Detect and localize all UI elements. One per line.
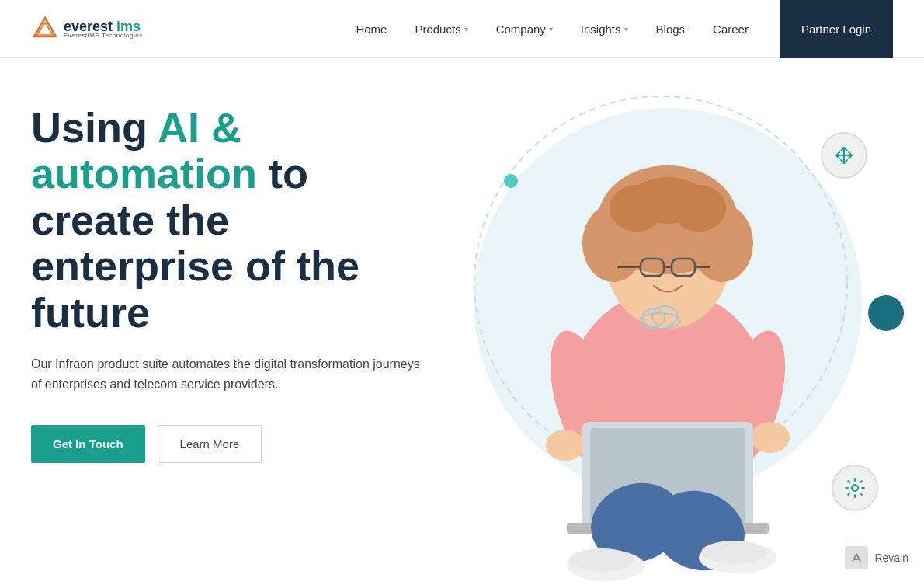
hero-content: Using AI & automation to create the ente… bbox=[0, 58, 458, 494]
nav-item-insights[interactable]: Insights ▾ bbox=[581, 23, 628, 36]
hero-description: Our Infraon product suite automates the … bbox=[31, 354, 427, 394]
chevron-down-icon: ▾ bbox=[549, 25, 553, 33]
nav-link-company[interactable]: Company ▾ bbox=[496, 23, 553, 36]
logo[interactable]: everest ims EverestIMS Technologies bbox=[31, 15, 143, 43]
learn-more-button[interactable]: Learn More bbox=[158, 425, 262, 463]
arrows-icon bbox=[833, 145, 855, 166]
person-svg bbox=[481, 134, 854, 585]
nav-item-career[interactable]: Career bbox=[713, 23, 749, 36]
hero-person-image bbox=[481, 134, 854, 585]
chevron-down-icon: ▾ bbox=[464, 25, 468, 33]
svg-point-3 bbox=[852, 485, 858, 491]
hero-section: Using AI & automation to create the ente… bbox=[0, 58, 924, 585]
navigation: everest ims EverestIMS Technologies Home… bbox=[0, 0, 924, 58]
partner-login-button[interactable]: Partner Login bbox=[780, 0, 893, 58]
svg-rect-33 bbox=[848, 549, 865, 566]
nav-link-products[interactable]: Products ▾ bbox=[415, 23, 467, 36]
chevron-down-icon: ▾ bbox=[624, 25, 628, 33]
nav-item-company[interactable]: Company ▾ bbox=[496, 23, 553, 36]
svg-point-22 bbox=[546, 430, 585, 461]
svg-point-14 bbox=[629, 177, 707, 224]
revain-icon bbox=[845, 546, 868, 569]
settings-icon-circle bbox=[832, 465, 878, 511]
hero-title: Using AI & automation to create the ente… bbox=[31, 105, 427, 336]
svg-point-23 bbox=[751, 422, 790, 453]
revain-logo-icon bbox=[848, 549, 865, 566]
move-icon-circle bbox=[821, 132, 867, 179]
hero-image-area bbox=[412, 58, 924, 585]
hero-title-part1: Using bbox=[31, 104, 158, 151]
cloud-decoration bbox=[637, 301, 683, 329]
svg-point-32 bbox=[701, 541, 766, 564]
hero-buttons: Get In Touch Learn More bbox=[31, 425, 427, 463]
revain-label: Revain bbox=[874, 552, 908, 564]
nav-item-products[interactable]: Products ▾ bbox=[415, 23, 467, 36]
revain-watermark: Revain bbox=[845, 546, 908, 569]
decorative-dark-dot bbox=[868, 295, 904, 331]
logo-icon bbox=[31, 15, 59, 43]
get-in-touch-button[interactable]: Get In Touch bbox=[31, 425, 145, 463]
nav-menu: Home Products ▾ Company ▾ Insights ▾ Blo… bbox=[356, 23, 749, 36]
nav-link-insights[interactable]: Insights ▾ bbox=[581, 23, 628, 36]
nav-item-blogs[interactable]: Blogs bbox=[656, 23, 686, 36]
logo-sub-text: EverestIMS Technologies bbox=[64, 32, 143, 39]
gear-icon bbox=[844, 477, 866, 499]
svg-point-31 bbox=[569, 548, 634, 572]
nav-link-home[interactable]: Home bbox=[356, 23, 387, 36]
nav-item-home[interactable]: Home bbox=[356, 23, 387, 36]
decorative-teal-dot bbox=[504, 174, 518, 188]
nav-link-career[interactable]: Career bbox=[713, 23, 749, 36]
nav-link-blogs[interactable]: Blogs bbox=[656, 23, 686, 36]
